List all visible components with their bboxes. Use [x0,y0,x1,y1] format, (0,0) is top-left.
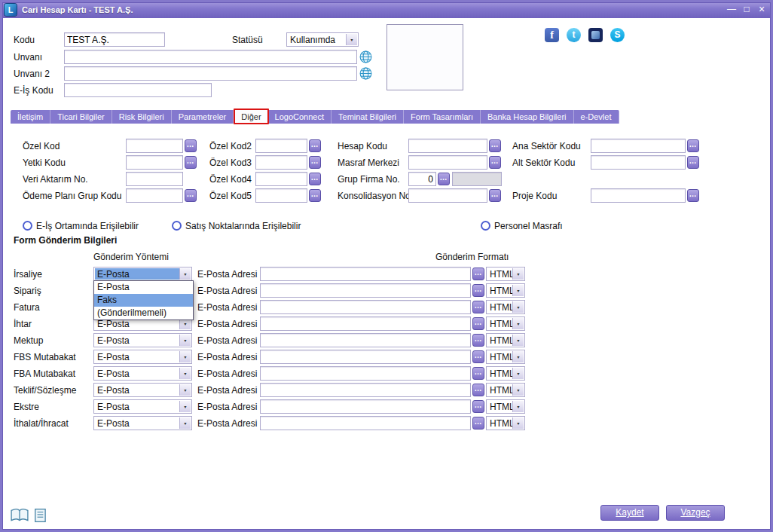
ozel-kod5-lookup-button[interactable] [309,189,321,202]
maximize-button[interactable]: □ [741,4,753,16]
chevron-down-icon[interactable] [179,384,191,396]
skype-icon[interactable] [610,28,625,42]
odeme-plani-grup-kodu-lookup-button[interactable] [185,189,197,202]
fbs-mutabakat-format-select[interactable]: HTML [486,350,525,364]
hesap-kodu-input[interactable] [408,139,487,153]
ozel-kod2-lookup-button[interactable] [309,139,321,152]
ozel-kod-input[interactable] [126,139,183,153]
fatura-email-lookup-button[interactable] [472,301,484,313]
tab-iletisim[interactable]: İletişim [11,110,50,124]
yetki-kodu-input[interactable] [126,155,183,170]
irsaliye-format-select[interactable]: HTML [486,267,525,281]
chevron-down-icon[interactable] [512,285,524,296]
tab-diger[interactable]: Diğer [234,109,268,124]
grup-firma-no-input[interactable] [408,172,436,186]
titlebar[interactable]: L Cari Hesap Kartı - TEST A.Ş. — □ × [1,1,772,18]
dropdown-option-e-posta[interactable]: E-Posta [94,281,193,294]
fbs-mutabakat-method-select[interactable]: E-Posta [93,350,192,364]
logo-social-icon[interactable] [588,28,603,42]
photo-placeholder[interactable] [386,24,463,90]
statusu-select[interactable]: Kullanımda [286,32,359,47]
ozel-kod2-input[interactable] [255,139,307,153]
chevron-down-icon[interactable] [179,368,191,379]
proje-kodu-lookup-button[interactable] [687,189,699,202]
fatura-email-input[interactable] [260,300,471,314]
tab-form-tasarimlari[interactable]: Form Tasarımları [404,110,481,124]
fbs-mutabakat-email-lookup-button[interactable] [472,350,484,363]
ozel-kod3-lookup-button[interactable] [309,156,321,169]
minimize-button[interactable]: — [726,4,738,16]
fatura-format-select[interactable]: HTML [486,300,525,314]
chevron-down-icon[interactable] [179,401,191,412]
mektup-email-lookup-button[interactable] [472,334,484,347]
chevron-down-icon[interactable] [179,351,191,362]
chevron-down-icon[interactable] [179,268,191,280]
alt-sektor-kodu-input[interactable] [591,155,686,170]
siparis-email-input[interactable] [260,283,471,298]
satis-noktalarinda-erisilebilir-checkbox[interactable] [172,221,182,231]
globe-icon[interactable] [359,50,372,63]
chevron-down-icon[interactable] [512,301,524,313]
unvani-input[interactable] [64,50,357,64]
tab-e-devlet[interactable]: e-Devlet [574,110,619,124]
notes-icon[interactable] [33,508,48,523]
tab-ticari-bilgiler[interactable]: Ticari Bilgiler [50,110,112,124]
fbs-mutabakat-email-input[interactable] [260,350,471,364]
ithalat-ihracat-format-select[interactable]: HTML [486,416,525,430]
proje-kodu-input[interactable] [591,188,686,203]
ekstre-email-lookup-button[interactable] [472,400,484,413]
konsolidasyon-no-lookup-button[interactable] [489,189,501,202]
eis-ortaminda-erisilebilir-checkbox[interactable] [23,221,32,231]
fba-mutabakat-email-input[interactable] [260,366,471,381]
ithalat-ihracat-email-input[interactable] [260,416,471,430]
fba-mutabakat-method-select[interactable]: E-Posta [93,366,192,381]
irsaliye-email-lookup-button[interactable] [472,268,484,280]
chevron-down-icon[interactable] [179,335,191,346]
tab-teminat-bilgileri[interactable]: Teminat Bilgileri [332,110,404,124]
konsolidasyon-no-input[interactable] [408,188,487,203]
twitter-icon[interactable] [567,28,581,42]
chevron-down-icon[interactable] [512,268,524,280]
chevron-down-icon[interactable] [512,318,524,329]
ozel-kod-lookup-button[interactable] [185,139,197,152]
chevron-down-icon[interactable] [512,351,524,362]
vazgec-button[interactable]: Vazgeç [666,505,725,521]
tab-risk-bilgileri[interactable]: Risk Bilgileri [112,110,172,124]
ozel-kod4-input[interactable] [255,172,307,186]
masraf-merkezi-lookup-button[interactable] [489,156,501,169]
ozel-kod3-input[interactable] [255,155,307,170]
teklif-sozlesme-email-input[interactable] [260,383,471,397]
teklif-sozlesme-method-select[interactable]: E-Posta [93,383,192,397]
mektup-format-select[interactable]: HTML [486,333,525,347]
chevron-down-icon[interactable] [179,417,191,429]
ihtar-email-input[interactable] [260,316,471,331]
chevron-down-icon[interactable] [512,368,524,379]
grup-firma-no-lookup-button[interactable] [438,173,450,185]
chevron-down-icon[interactable] [512,401,524,412]
odeme-plani-grup-kodu-input[interactable] [126,188,183,203]
ozel-kod5-input[interactable] [255,188,307,203]
ekstre-method-select[interactable]: E-Posta [93,399,192,414]
yetki-kodu-lookup-button[interactable] [185,156,197,169]
kaydet-button[interactable]: Kaydet [600,505,659,521]
ozel-kod4-lookup-button[interactable] [309,173,321,185]
tab-parametreler[interactable]: Parametreler [172,110,234,124]
fba-mutabakat-email-lookup-button[interactable] [472,367,484,380]
irsaliye-email-input[interactable] [260,267,471,281]
irsaliye-method-select[interactable]: E-Posta [93,267,192,281]
facebook-icon[interactable] [545,28,559,42]
unvani2-input[interactable] [64,66,357,81]
kodu-input[interactable] [64,32,165,47]
dropdown-option-faks[interactable]: Faks [94,294,193,307]
veri-aktarim-no-input[interactable] [126,172,183,186]
ekstre-format-select[interactable]: HTML [486,399,525,414]
ihtar-format-select[interactable]: HTML [486,316,525,331]
tab-logoconnect[interactable]: LogoConnect [268,110,332,124]
globe-icon[interactable] [359,67,372,80]
personel-masrafi-checkbox[interactable] [481,221,490,231]
siparis-format-select[interactable]: HTML [486,283,525,298]
teklif-sozlesme-format-select[interactable]: HTML [486,383,525,397]
ana-sektor-kodu-input[interactable] [591,139,686,153]
masraf-merkezi-input[interactable] [408,155,487,170]
hesap-kodu-lookup-button[interactable] [489,139,501,152]
